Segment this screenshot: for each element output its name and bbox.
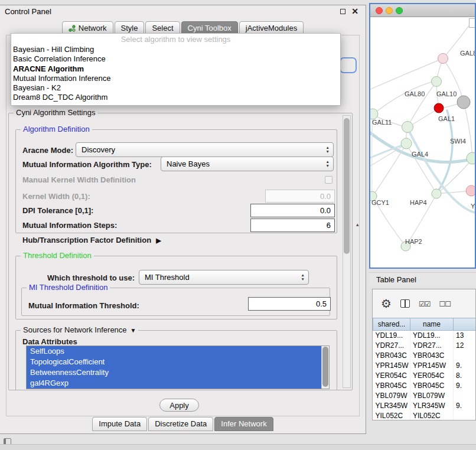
table-cell[interactable]: 9. <box>454 361 476 371</box>
network-edge[interactable] <box>438 110 452 192</box>
aracne-mode-combobox[interactable]: Discovery <box>76 142 334 157</box>
float-panel-icon[interactable] <box>340 9 345 14</box>
table-cell[interactable]: YDL19... <box>410 331 454 341</box>
tab-impute-data[interactable]: Impute Data <box>92 417 147 431</box>
table-cell[interactable]: YLR345W <box>410 401 454 411</box>
network-scrollbar[interactable] <box>469 18 475 28</box>
network-edge[interactable] <box>407 81 436 127</box>
table-cell[interactable]: YDL19... <box>373 331 410 341</box>
kernel-width-field[interactable]: 0.0 <box>265 190 335 203</box>
network-node[interactable] <box>438 54 448 64</box>
network-node[interactable] <box>432 77 442 87</box>
scrollbar-thumb[interactable] <box>344 118 350 254</box>
list-scrollbar[interactable] <box>321 346 329 389</box>
gear-icon[interactable] <box>381 296 392 311</box>
data-attributes-list[interactable]: SelfLoops TopologicalCoefficient Between… <box>26 345 330 389</box>
algorithm-popup-item[interactable]: Bayesian - K2 <box>11 83 340 93</box>
network-edge[interactable] <box>370 58 443 89</box>
table-row[interactable]: YDR27...YDR27...12 <box>373 341 476 351</box>
table-row[interactable]: YBL079WYBL079W <box>373 391 476 401</box>
attribute-item-selected[interactable]: SelfLoops <box>27 346 321 357</box>
algorithm-popup-item-selected[interactable]: ARACNE Algorithm <box>11 64 340 74</box>
table-cell[interactable]: 13 <box>454 331 476 341</box>
table-row[interactable]: YIL052CYIL052C <box>373 411 476 421</box>
network-edge[interactable] <box>436 191 471 194</box>
column-header[interactable]: shared... <box>373 318 410 331</box>
close-window-icon[interactable] <box>376 7 383 14</box>
table-cell[interactable]: YDR27... <box>373 341 410 351</box>
network-canvas[interactable]: GAL8GAL80GAL10GAL11GAL1SWI4GAL4GCY1HAP4H… <box>370 17 476 269</box>
algorithm-combobox-focused[interactable] <box>340 57 357 73</box>
table-cell[interactable]: YBR045C <box>373 381 410 391</box>
algorithm-popup-item[interactable]: Dream8 DC_TDC Algorithm <box>11 93 340 102</box>
which-threshold-combobox[interactable]: MI Threshold <box>139 270 309 285</box>
algorithm-popup-item[interactable]: Basic Correlation Inference <box>11 54 340 64</box>
table-cell[interactable]: YPR145W <box>410 361 454 371</box>
table-cell[interactable]: YIL052C <box>410 411 454 421</box>
table-cell[interactable]: YBL079W <box>373 391 410 401</box>
table-cell[interactable]: 8. <box>454 371 476 381</box>
network-node[interactable] <box>432 189 441 198</box>
network-node[interactable] <box>434 103 444 113</box>
hub-definition-expander[interactable]: Hub/Transcription Factor Definition <box>22 236 161 244</box>
minimize-window-icon[interactable] <box>386 7 393 14</box>
network-window-titlebar[interactable] <box>370 4 475 17</box>
network-node[interactable] <box>402 122 413 133</box>
table-cell[interactable]: YER054C <box>373 371 410 381</box>
network-node[interactable] <box>466 185 476 196</box>
table-cell[interactable]: YBR043C <box>373 351 410 361</box>
table-cell[interactable]: 9. <box>454 381 476 391</box>
table-cell[interactable]: YBR043C <box>410 351 454 361</box>
mi-steps-field[interactable]: 6 <box>250 219 335 232</box>
tab-discretize-data[interactable]: Discretize Data <box>148 417 213 431</box>
table-row[interactable]: YER054CYER054C8. <box>373 371 476 381</box>
columns-icon[interactable] <box>400 299 410 308</box>
table-cell[interactable]: YIL052C <box>373 411 410 421</box>
table-row[interactable]: YBR045CYBR045C9. <box>373 381 476 391</box>
network-node[interactable] <box>370 109 378 119</box>
deselect-all-icon[interactable] <box>439 299 451 308</box>
table-cell[interactable] <box>454 391 476 401</box>
attribute-item-selected[interactable]: TopologicalCoefficient <box>27 357 321 367</box>
network-node[interactable] <box>467 152 476 164</box>
settings-scrollbar[interactable] <box>343 115 351 388</box>
tab-infer-network[interactable]: Infer Network <box>214 417 273 431</box>
mi-type-combobox[interactable]: Naive Bayes <box>161 156 334 171</box>
dpi-tolerance-field[interactable]: 0.0 <box>250 204 335 217</box>
manual-kernel-checkbox[interactable] <box>325 176 332 184</box>
select-all-icon[interactable] <box>419 299 431 308</box>
table-cell[interactable]: YBR045C <box>410 381 454 391</box>
table-cell[interactable]: 12 <box>454 341 476 351</box>
attribute-item-selected[interactable]: gal4RGexp <box>27 378 321 389</box>
table-cell[interactable]: YBL079W <box>410 391 454 401</box>
table-cell[interactable] <box>454 411 476 421</box>
attribute-item-selected[interactable]: BetweennessCentrality <box>27 367 321 378</box>
network-edge[interactable] <box>464 102 472 158</box>
table-cell[interactable]: YPR145W <box>373 361 410 371</box>
table-cell[interactable]: YLR345W <box>373 401 410 411</box>
apply-button[interactable]: Apply <box>159 399 199 412</box>
splitter-arrow-icon[interactable]: ▴ <box>356 221 359 227</box>
close-panel-icon[interactable]: ✕ <box>351 6 358 16</box>
algorithm-popup-item[interactable]: Bayesian - Hill Climbing <box>11 45 340 54</box>
network-node[interactable] <box>401 138 412 149</box>
column-header[interactable]: name <box>410 318 454 331</box>
sources-expander[interactable]: Sources for Network Inference <box>21 325 138 334</box>
table-cell[interactable]: YER054C <box>410 371 454 381</box>
table-cell[interactable]: YDR27... <box>410 341 454 351</box>
network-edge[interactable] <box>373 81 435 115</box>
scrollbar-thumb[interactable] <box>322 347 328 387</box>
table-row[interactable]: YBR043CYBR043C <box>373 351 476 361</box>
table-cell[interactable] <box>454 351 476 361</box>
table-row[interactable]: YPR145WYPR145W9. <box>373 361 476 371</box>
network-edge[interactable] <box>373 145 406 196</box>
table-row[interactable]: YLR345WYLR345W9. <box>373 401 476 411</box>
network-edge[interactable] <box>372 115 373 195</box>
table-cell[interactable]: 9. <box>454 401 476 411</box>
zoom-window-icon[interactable] <box>396 7 403 14</box>
mi-threshold-field[interactable]: 0.5 <box>248 297 331 311</box>
column-header[interactable] <box>454 318 476 331</box>
algorithm-popup-item[interactable]: Mutual Information Inference <box>11 74 340 83</box>
table-row[interactable]: YDL19...YDL19...13 <box>373 331 476 341</box>
network-node[interactable] <box>457 96 470 109</box>
